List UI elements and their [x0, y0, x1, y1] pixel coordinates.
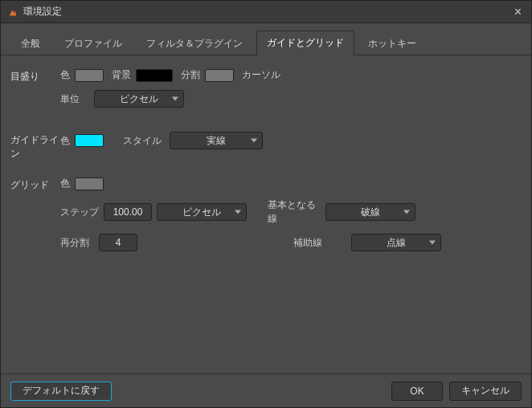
step-input[interactable]: 100.00 — [104, 203, 152, 221]
chevron-down-icon — [172, 97, 178, 101]
grid-color-swatch[interactable] — [75, 177, 104, 190]
label-subdivision: 再分割 — [60, 236, 89, 250]
label-style: スタイル — [123, 134, 162, 148]
section-label-ruler: 目盛り — [10, 68, 60, 116]
subline-value: 点線 — [387, 236, 406, 250]
ok-button[interactable]: OK — [391, 381, 443, 401]
dialog-title: 環境設定 — [23, 5, 511, 18]
unit-select[interactable]: ピクセル — [94, 90, 184, 108]
section-ruler: 目盛り 色 背景 分割 カーソル 単位 ピクセル — [10, 68, 522, 116]
label-baseline: 基本となる線 — [268, 198, 319, 226]
cancel-button[interactable]: キャンセル — [449, 381, 522, 401]
content: 目盛り 色 背景 分割 カーソル 単位 ピクセル — [1, 55, 531, 373]
label-cursor: カーソル — [242, 68, 280, 82]
subdivision-input[interactable]: 4 — [99, 234, 137, 251]
ruler-div-swatch[interactable] — [205, 69, 234, 82]
label-color: 色 — [60, 68, 70, 82]
reset-defaults-button[interactable]: デフォルトに戻す — [10, 381, 112, 401]
tab-general[interactable]: 全般 — [10, 31, 51, 55]
tabbar: 全般 プロファイル フィルタ＆プラグイン ガイドとグリッド ホットキー — [1, 23, 531, 55]
unit-select-value: ピクセル — [120, 92, 158, 106]
tab-profile[interactable]: プロファイル — [54, 31, 133, 55]
section-label-grid: グリッド — [10, 177, 60, 259]
titlebar: 環境設定 × — [1, 1, 531, 23]
footer: デフォルトに戻す OK キャンセル — [1, 373, 531, 407]
tab-guides-grid[interactable]: ガイドとグリッド — [256, 31, 354, 55]
guide-color-swatch[interactable] — [75, 134, 104, 147]
style-select-value: 実線 — [207, 134, 226, 148]
subline-select[interactable]: 点線 — [351, 234, 441, 251]
baseline-select[interactable]: 破線 — [325, 203, 415, 221]
ruler-color-swatch[interactable] — [75, 69, 104, 82]
preferences-dialog: 環境設定 × 全般 プロファイル フィルタ＆プラグイン ガイドとグリッド ホット… — [0, 0, 532, 408]
chevron-down-icon — [403, 210, 410, 214]
section-guideline: ガイドライン 色 スタイル 実線 — [10, 132, 522, 161]
label-step: ステップ — [60, 206, 99, 219]
section-grid: グリッド 色 ステップ 100.00 ピクセル — [10, 177, 522, 259]
label-guide-color: 色 — [60, 134, 70, 148]
chevron-down-icon — [251, 139, 257, 143]
label-grid-color: 色 — [60, 177, 70, 190]
baseline-value: 破線 — [361, 206, 380, 219]
label-division: 分割 — [181, 68, 200, 82]
label-subline: 補助線 — [293, 236, 345, 250]
ruler-bg-swatch[interactable] — [136, 69, 173, 82]
label-background: 背景 — [112, 68, 131, 82]
tab-filters[interactable]: フィルタ＆プラグイン — [136, 31, 253, 55]
step-unit-value: ピクセル — [182, 206, 221, 219]
close-icon[interactable]: × — [511, 5, 525, 19]
label-unit: 単位 — [60, 92, 80, 106]
style-select[interactable]: 実線 — [170, 132, 263, 149]
tab-hotkeys[interactable]: ホットキー — [358, 31, 427, 55]
step-unit-select[interactable]: ピクセル — [157, 203, 247, 221]
app-icon — [7, 6, 18, 18]
chevron-down-icon — [429, 241, 436, 245]
section-label-guideline: ガイドライン — [10, 132, 60, 161]
chevron-down-icon — [235, 210, 241, 214]
